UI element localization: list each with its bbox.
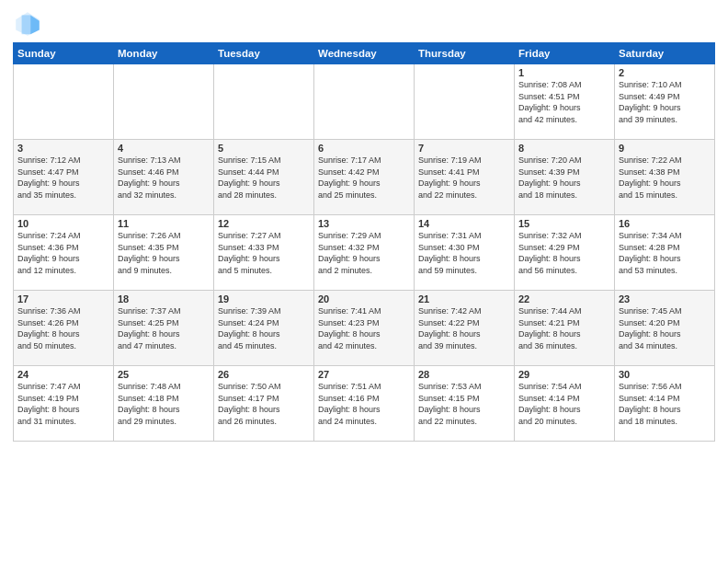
day-info: Sunrise: 7:17 AM Sunset: 4:42 PM Dayligh… xyxy=(318,155,410,201)
day-info: Sunrise: 7:20 AM Sunset: 4:39 PM Dayligh… xyxy=(518,155,610,201)
day-number: 4 xyxy=(118,143,210,154)
calendar-day: 27Sunrise: 7:51 AM Sunset: 4:16 PM Dayli… xyxy=(314,366,415,442)
calendar-day: 24Sunrise: 7:47 AM Sunset: 4:19 PM Dayli… xyxy=(14,366,114,442)
day-number: 12 xyxy=(218,218,310,229)
day-number: 23 xyxy=(619,293,711,304)
day-number: 7 xyxy=(418,143,510,154)
logo-icon xyxy=(13,9,42,39)
weekday-header-cell: Thursday xyxy=(415,43,515,64)
calendar-day xyxy=(214,64,314,140)
day-info: Sunrise: 7:34 AM Sunset: 4:28 PM Dayligh… xyxy=(619,230,711,276)
calendar-day xyxy=(14,64,114,140)
day-number: 8 xyxy=(518,143,610,154)
day-info: Sunrise: 7:48 AM Sunset: 4:18 PM Dayligh… xyxy=(118,381,210,427)
calendar-day: 13Sunrise: 7:29 AM Sunset: 4:32 PM Dayli… xyxy=(314,215,415,291)
day-number: 24 xyxy=(17,369,109,380)
day-info: Sunrise: 7:10 AM Sunset: 4:49 PM Dayligh… xyxy=(619,79,711,125)
day-info: Sunrise: 7:32 AM Sunset: 4:29 PM Dayligh… xyxy=(518,230,610,276)
day-info: Sunrise: 7:22 AM Sunset: 4:38 PM Dayligh… xyxy=(619,155,711,201)
calendar-day: 1Sunrise: 7:08 AM Sunset: 4:51 PM Daylig… xyxy=(515,64,615,140)
logo xyxy=(13,9,46,39)
calendar-week: 1Sunrise: 7:08 AM Sunset: 4:51 PM Daylig… xyxy=(14,64,715,140)
calendar-day: 18Sunrise: 7:37 AM Sunset: 4:25 PM Dayli… xyxy=(114,291,214,366)
day-number: 27 xyxy=(318,369,410,380)
day-info: Sunrise: 7:36 AM Sunset: 4:26 PM Dayligh… xyxy=(17,305,109,351)
day-info: Sunrise: 7:24 AM Sunset: 4:36 PM Dayligh… xyxy=(17,230,109,276)
day-number: 13 xyxy=(318,218,410,229)
day-number: 9 xyxy=(619,143,711,154)
calendar-week: 24Sunrise: 7:47 AM Sunset: 4:19 PM Dayli… xyxy=(14,366,715,442)
day-number: 21 xyxy=(418,293,510,304)
calendar-day: 7Sunrise: 7:19 AM Sunset: 4:41 PM Daylig… xyxy=(415,140,515,215)
day-info: Sunrise: 7:08 AM Sunset: 4:51 PM Dayligh… xyxy=(518,79,610,125)
day-number: 5 xyxy=(218,143,310,154)
weekday-header-cell: Monday xyxy=(114,43,214,64)
day-number: 25 xyxy=(118,369,210,380)
day-info: Sunrise: 7:56 AM Sunset: 4:14 PM Dayligh… xyxy=(619,381,711,427)
calendar: SundayMondayTuesdayWednesdayThursdayFrid… xyxy=(13,42,715,442)
day-number: 22 xyxy=(518,293,610,304)
day-info: Sunrise: 7:54 AM Sunset: 4:14 PM Dayligh… xyxy=(518,381,610,427)
day-number: 28 xyxy=(418,369,510,380)
page-container: SundayMondayTuesdayWednesdayThursdayFrid… xyxy=(0,0,728,447)
weekday-header: SundayMondayTuesdayWednesdayThursdayFrid… xyxy=(14,43,715,64)
day-info: Sunrise: 7:50 AM Sunset: 4:17 PM Dayligh… xyxy=(218,381,310,427)
weekday-header-cell: Wednesday xyxy=(314,43,415,64)
day-number: 1 xyxy=(518,67,610,78)
day-info: Sunrise: 7:13 AM Sunset: 4:46 PM Dayligh… xyxy=(118,155,210,201)
day-info: Sunrise: 7:51 AM Sunset: 4:16 PM Dayligh… xyxy=(318,381,410,427)
calendar-day: 21Sunrise: 7:42 AM Sunset: 4:22 PM Dayli… xyxy=(415,291,515,366)
calendar-day: 15Sunrise: 7:32 AM Sunset: 4:29 PM Dayli… xyxy=(515,215,615,291)
day-number: 2 xyxy=(619,67,711,78)
day-number: 11 xyxy=(118,218,210,229)
calendar-day: 23Sunrise: 7:45 AM Sunset: 4:20 PM Dayli… xyxy=(615,291,715,366)
day-number: 26 xyxy=(218,369,310,380)
calendar-day: 17Sunrise: 7:36 AM Sunset: 4:26 PM Dayli… xyxy=(14,291,114,366)
calendar-day: 12Sunrise: 7:27 AM Sunset: 4:33 PM Dayli… xyxy=(214,215,314,291)
calendar-day: 28Sunrise: 7:53 AM Sunset: 4:15 PM Dayli… xyxy=(415,366,515,442)
weekday-header-cell: Saturday xyxy=(615,43,715,64)
calendar-day: 19Sunrise: 7:39 AM Sunset: 4:24 PM Dayli… xyxy=(214,291,314,366)
calendar-day: 3Sunrise: 7:12 AM Sunset: 4:47 PM Daylig… xyxy=(14,140,114,215)
svg-marker-2 xyxy=(22,15,31,34)
day-info: Sunrise: 7:45 AM Sunset: 4:20 PM Dayligh… xyxy=(619,305,711,351)
calendar-day: 26Sunrise: 7:50 AM Sunset: 4:17 PM Dayli… xyxy=(214,366,314,442)
calendar-week: 3Sunrise: 7:12 AM Sunset: 4:47 PM Daylig… xyxy=(14,140,715,215)
calendar-day: 8Sunrise: 7:20 AM Sunset: 4:39 PM Daylig… xyxy=(515,140,615,215)
day-number: 20 xyxy=(318,293,410,304)
calendar-day: 25Sunrise: 7:48 AM Sunset: 4:18 PM Dayli… xyxy=(114,366,214,442)
calendar-day: 2Sunrise: 7:10 AM Sunset: 4:49 PM Daylig… xyxy=(615,64,715,140)
day-info: Sunrise: 7:19 AM Sunset: 4:41 PM Dayligh… xyxy=(418,155,510,201)
calendar-day: 4Sunrise: 7:13 AM Sunset: 4:46 PM Daylig… xyxy=(114,140,214,215)
day-number: 19 xyxy=(218,293,310,304)
day-info: Sunrise: 7:31 AM Sunset: 4:30 PM Dayligh… xyxy=(418,230,510,276)
calendar-week: 17Sunrise: 7:36 AM Sunset: 4:26 PM Dayli… xyxy=(14,291,715,366)
calendar-day: 20Sunrise: 7:41 AM Sunset: 4:23 PM Dayli… xyxy=(314,291,415,366)
calendar-day xyxy=(314,64,415,140)
calendar-day: 11Sunrise: 7:26 AM Sunset: 4:35 PM Dayli… xyxy=(114,215,214,291)
day-info: Sunrise: 7:41 AM Sunset: 4:23 PM Dayligh… xyxy=(318,305,410,351)
day-info: Sunrise: 7:53 AM Sunset: 4:15 PM Dayligh… xyxy=(418,381,510,427)
calendar-day: 10Sunrise: 7:24 AM Sunset: 4:36 PM Dayli… xyxy=(14,215,114,291)
day-number: 10 xyxy=(17,218,109,229)
day-info: Sunrise: 7:47 AM Sunset: 4:19 PM Dayligh… xyxy=(17,381,109,427)
day-info: Sunrise: 7:26 AM Sunset: 4:35 PM Dayligh… xyxy=(118,230,210,276)
calendar-day: 29Sunrise: 7:54 AM Sunset: 4:14 PM Dayli… xyxy=(515,366,615,442)
day-info: Sunrise: 7:15 AM Sunset: 4:44 PM Dayligh… xyxy=(218,155,310,201)
day-number: 30 xyxy=(619,369,711,380)
day-info: Sunrise: 7:12 AM Sunset: 4:47 PM Dayligh… xyxy=(17,155,109,201)
calendar-week: 10Sunrise: 7:24 AM Sunset: 4:36 PM Dayli… xyxy=(14,215,715,291)
weekday-header-cell: Tuesday xyxy=(214,43,314,64)
calendar-day: 5Sunrise: 7:15 AM Sunset: 4:44 PM Daylig… xyxy=(214,140,314,215)
day-info: Sunrise: 7:37 AM Sunset: 4:25 PM Dayligh… xyxy=(118,305,210,351)
day-info: Sunrise: 7:42 AM Sunset: 4:22 PM Dayligh… xyxy=(418,305,510,351)
weekday-header-cell: Sunday xyxy=(14,43,114,64)
calendar-day: 14Sunrise: 7:31 AM Sunset: 4:30 PM Dayli… xyxy=(415,215,515,291)
calendar-day: 22Sunrise: 7:44 AM Sunset: 4:21 PM Dayli… xyxy=(515,291,615,366)
day-number: 3 xyxy=(17,143,109,154)
day-info: Sunrise: 7:44 AM Sunset: 4:21 PM Dayligh… xyxy=(518,305,610,351)
day-number: 14 xyxy=(418,218,510,229)
calendar-day: 30Sunrise: 7:56 AM Sunset: 4:14 PM Dayli… xyxy=(615,366,715,442)
calendar-day xyxy=(114,64,214,140)
weekday-header-cell: Friday xyxy=(515,43,615,64)
